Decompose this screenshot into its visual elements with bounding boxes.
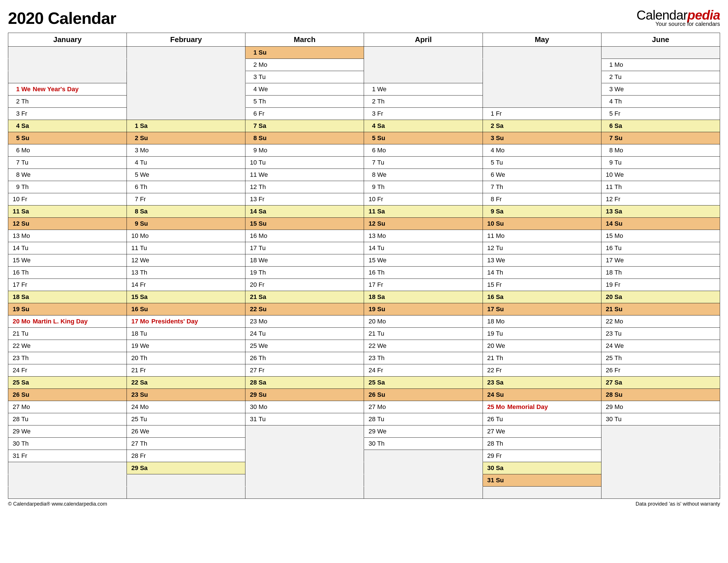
day-number: 17 [130,318,138,325]
empty-cell [483,487,601,499]
day-number: 2 [130,135,138,142]
day-number: 18 [367,293,375,301]
day-number: 29 [367,428,375,435]
day-cell: 18Sa [8,291,127,303]
day-weekday: Sa [140,379,150,386]
day-weekday: Fr [21,452,32,459]
day-cell: 20Mo [364,315,483,328]
day-number: 11 [11,208,20,215]
day-weekday: Fr [140,196,150,203]
day-cell: 1Fr [483,108,601,120]
day-weekday: Fr [258,281,269,288]
day-cell: 26Su [8,389,127,401]
day-cell: 17Tu [245,242,364,255]
day-number: 10 [130,232,138,240]
day-number: 6 [367,147,375,154]
day-weekday: Su [140,135,150,142]
day-cell: 9Tu [601,157,720,169]
day-cell: 4Tu [127,157,245,169]
day-weekday: Tu [615,330,625,337]
day-number: 26 [604,367,613,374]
day-weekday: Mo [258,61,269,69]
day-number: 30 [486,464,494,472]
empty-cell [364,59,483,71]
month-header: June [601,33,720,47]
day-cell: 3Su [483,132,601,144]
day-cell: 1WeNew Year's Day [8,83,127,96]
day-number: 3 [130,147,138,154]
logo-suffix: pedia [687,8,720,22]
day-weekday: Mo [21,232,32,240]
day-number: 28 [486,440,494,447]
day-number: 8 [11,171,20,179]
day-weekday: Th [21,269,32,276]
day-number: 27 [486,428,494,435]
day-number: 5 [130,171,138,179]
day-cell: 31Tu [245,413,364,425]
day-number: 20 [486,342,494,349]
day-weekday: Mo [496,147,506,154]
day-cell: 11Mo [483,230,601,242]
day-number: 16 [486,293,494,301]
holiday-label: Presidents' Day [151,318,198,325]
day-cell: 26Fr [601,364,720,376]
day-number: 26 [486,415,494,423]
day-cell: 3Fr [8,108,127,120]
day-cell: 8Su [245,132,364,144]
day-cell: 19Su [8,303,127,315]
day-weekday: Tu [615,245,625,252]
empty-cell [483,71,601,83]
day-number: 2 [248,61,257,69]
day-weekday: We [21,428,32,435]
day-number: 12 [130,257,138,264]
day-number: 12 [11,220,20,227]
day-cell: 12Th [245,181,364,193]
day-weekday: We [377,428,387,435]
day-cell: 13Mo [364,230,483,242]
day-number: 13 [130,269,138,276]
day-number: 26 [11,391,20,398]
day-cell: 25MoMemorial Day [483,401,601,413]
day-cell: 10Tu [245,157,364,169]
day-weekday: Sa [615,293,625,301]
day-cell: 4Th [601,96,720,108]
day-cell: 16Mo [245,230,364,242]
empty-cell [245,438,364,450]
day-number: 19 [486,330,494,337]
holiday-label: Martin L. King Day [33,318,88,325]
calendar-row: 23Th20Th26Th23Th21Th25Th [8,352,720,364]
day-number: 24 [367,367,375,374]
day-weekday: Su [258,305,269,313]
day-weekday: Tu [377,245,387,252]
day-cell: 18Th [601,267,720,279]
day-cell: 11Tu [127,242,245,255]
day-number: 26 [130,428,138,435]
calendar-row: 20MoMartin L. King Day17MoPresidents' Da… [8,315,720,328]
day-number: 5 [604,110,613,117]
day-cell: 21Th [483,352,601,364]
day-weekday: Tu [496,415,506,423]
empty-cell [364,487,483,499]
day-weekday: We [21,171,32,179]
day-number: 6 [486,171,494,179]
day-weekday: Fr [258,196,269,203]
day-weekday: Sa [140,122,150,130]
day-cell: 15We [364,255,483,267]
day-cell: 13We [483,255,601,267]
day-weekday: Th [21,440,32,447]
day-cell: 25Sa [364,376,483,389]
day-weekday: Th [615,269,625,276]
day-cell: 7Tu [364,157,483,169]
day-number: 17 [367,281,375,288]
day-number: 12 [248,183,257,191]
day-weekday: Mo [21,318,32,325]
day-weekday: Tu [21,415,32,423]
day-number: 25 [604,354,613,362]
day-cell: 14Sa [245,206,364,218]
day-weekday: Su [496,220,506,227]
day-cell: 1Mo [601,59,720,71]
day-weekday: Su [140,391,150,398]
day-cell: 25We [245,340,364,352]
day-cell: 5Su [8,132,127,144]
day-weekday: Th [140,183,150,191]
